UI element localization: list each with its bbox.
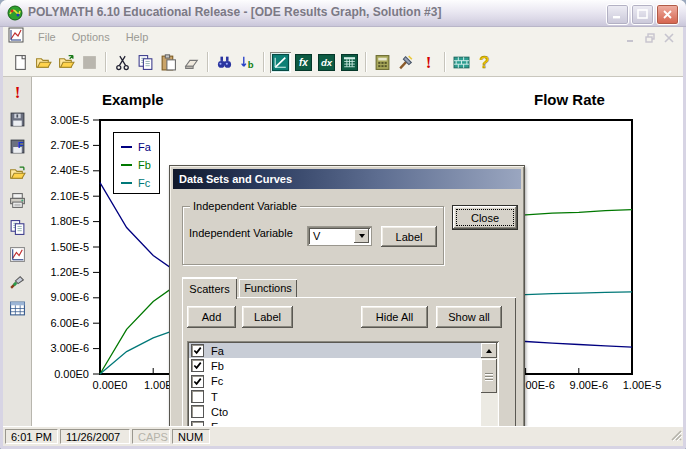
svg-text:1.00E-5: 1.00E-5 [623, 379, 662, 391]
show-all-button[interactable]: Show all [436, 306, 502, 328]
mdi-close-icon[interactable] [661, 31, 677, 44]
menu-help[interactable]: Help [118, 28, 157, 46]
close-dialog-button[interactable]: Close [452, 205, 518, 230]
list-item-label: Cto [211, 406, 228, 418]
app-icon [7, 5, 23, 21]
independent-variable-select[interactable]: V [307, 226, 372, 246]
copy-icon[interactable] [135, 52, 156, 73]
toolbar-separator [105, 52, 107, 72]
minimize-button[interactable] [606, 4, 629, 25]
combo-dropdown-icon[interactable] [354, 229, 369, 243]
mdi-restore-icon[interactable] [642, 31, 658, 44]
function-view-icon[interactable]: fx [293, 52, 314, 73]
svg-text:1.80E-5: 1.80E-5 [50, 215, 89, 227]
close-button[interactable] [656, 4, 679, 25]
save-icon[interactable] [7, 109, 28, 130]
graph-icon[interactable] [7, 244, 28, 265]
list-item-label: Fa [211, 345, 224, 357]
scroll-up-icon[interactable] [481, 343, 497, 358]
svg-text:F: F [17, 139, 23, 150]
calculator-icon[interactable] [372, 52, 393, 73]
tab-functions[interactable]: Functions [239, 279, 297, 297]
svg-text:!: ! [14, 84, 20, 101]
hide-all-button[interactable]: Hide All [361, 306, 428, 328]
list-item-label: Fc [211, 375, 223, 387]
svg-text:2.40E-5: 2.40E-5 [50, 164, 89, 176]
list-item-Fa[interactable]: Fa [189, 343, 481, 358]
print-icon[interactable] [7, 190, 28, 211]
independent-variable-label-button[interactable]: Label [381, 226, 437, 247]
list-item-T[interactable]: T [189, 389, 481, 404]
open-icon[interactable] [33, 52, 54, 73]
plot-title-right: Flow Rate [534, 91, 605, 108]
find-icon[interactable] [214, 52, 235, 73]
menu-file[interactable]: File [30, 28, 64, 46]
toolbar: bfxdx!? [3, 48, 683, 77]
svg-text:9.00E-6: 9.00E-6 [50, 291, 89, 303]
list-item-Cto[interactable]: Cto [189, 404, 481, 419]
dialog-title-bar[interactable]: Data Sets and Curves [173, 169, 521, 189]
svg-text:?: ? [479, 54, 489, 71]
svg-text:3.00E-5: 3.00E-5 [50, 114, 89, 126]
svg-text:1.50E-5: 1.50E-5 [50, 241, 89, 253]
svg-text:fx: fx [299, 57, 308, 68]
status-time: 6:01 PM [5, 429, 58, 444]
mdi-minimize-icon[interactable] [623, 31, 639, 44]
save-disabled-icon[interactable] [79, 52, 100, 73]
list-item-Fb[interactable]: Fb [189, 358, 481, 373]
resize-grip[interactable] [669, 427, 682, 445]
data-sets-and-curves-dialog: Data Sets and Curves Close Independent V… [169, 165, 525, 449]
setup-icon[interactable] [395, 52, 416, 73]
copy-icon[interactable] [7, 217, 28, 238]
checkbox-Fb[interactable] [191, 359, 204, 372]
differential-view-icon[interactable]: dx [316, 52, 337, 73]
menu-bar: FileOptionsHelp [3, 26, 683, 49]
checkbox-T[interactable] [191, 390, 204, 403]
list-item-Fc[interactable]: Fc [189, 374, 481, 389]
independent-variable-value: V [313, 230, 320, 242]
status-caps: CAPS [132, 429, 170, 444]
checkbox-Cto[interactable] [191, 405, 204, 418]
maximize-button[interactable] [631, 4, 654, 25]
menu-items: FileOptionsHelp [30, 28, 156, 46]
toolbar-separator [263, 52, 265, 72]
paste-icon[interactable] [158, 52, 179, 73]
list-item-label: T [211, 391, 218, 403]
solve-icon[interactable]: ! [7, 82, 28, 103]
svg-text:0.00E0: 0.00E0 [54, 368, 89, 380]
svg-text:3.00E-6: 3.00E-6 [50, 342, 89, 354]
open-export-icon[interactable] [7, 163, 28, 184]
save-file-icon[interactable]: F [7, 136, 28, 157]
erase-icon[interactable] [181, 52, 202, 73]
legend-entry-Fb: Fb [121, 156, 159, 174]
help-icon[interactable]: ? [474, 52, 495, 73]
svg-text:2.70E-5: 2.70E-5 [50, 139, 89, 151]
title-bar[interactable]: POLYMATH 6.10 Educational Release - [ODE… [0, 0, 686, 27]
open-report-icon[interactable] [56, 52, 77, 73]
checkbox-Fc[interactable] [191, 375, 204, 388]
unit-conversion-icon[interactable] [451, 52, 472, 73]
legend-label: Fc [138, 177, 150, 189]
add-button[interactable]: Add [187, 306, 236, 328]
client-area: !F 3.00E-52.70E-52.40E-52.10E-51.80E-51.… [3, 77, 683, 427]
tab-scatters[interactable]: Scatters [182, 277, 237, 299]
plot-legend: FaFbFc [113, 132, 160, 194]
graph-view-icon[interactable] [270, 52, 291, 73]
new-icon[interactable] [10, 52, 31, 73]
scroll-thumb[interactable] [481, 359, 497, 393]
table-view-icon[interactable] [339, 52, 360, 73]
format-brush-icon[interactable] [7, 271, 28, 292]
solve-icon[interactable]: ! [418, 52, 439, 73]
label-button[interactable]: Label [242, 306, 293, 328]
matrix-icon[interactable] [7, 298, 28, 319]
svg-text:0.00E0: 0.00E0 [93, 379, 128, 391]
cut-icon[interactable] [112, 52, 133, 73]
plot-title-left: Example [102, 91, 164, 108]
legend-line [121, 164, 132, 166]
side-toolbar: !F [3, 77, 32, 427]
application-window: POLYMATH 6.10 Educational Release - [ODE… [0, 0, 686, 449]
checkbox-Fa[interactable] [191, 344, 204, 357]
menu-options[interactable]: Options [64, 28, 118, 46]
sort-icon[interactable]: b [237, 52, 258, 73]
svg-text:1.20E-5: 1.20E-5 [50, 266, 89, 278]
